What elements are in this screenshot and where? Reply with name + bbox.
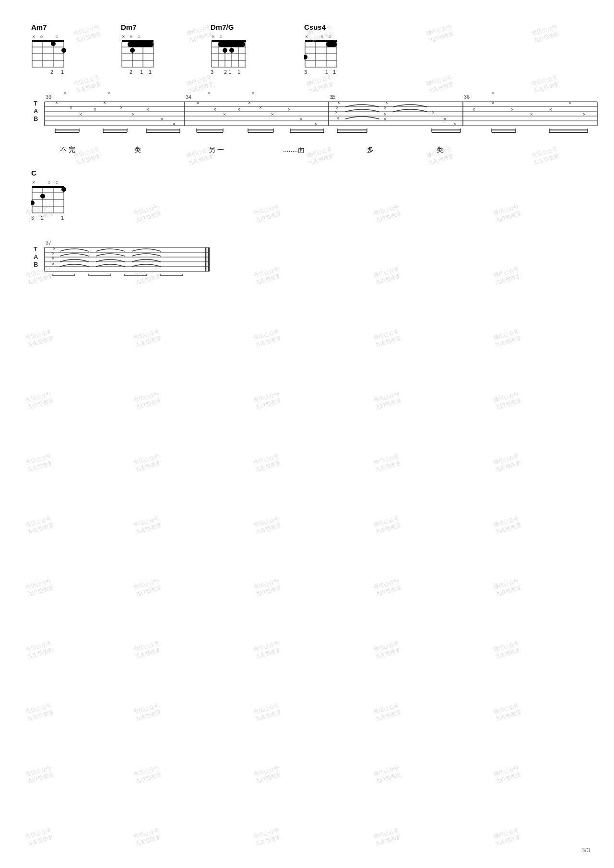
- svg-text:○: ○: [47, 179, 51, 185]
- svg-text:×: ×: [472, 107, 475, 112]
- watermark-46: 微信公众号九吉他教室: [25, 577, 54, 598]
- svg-text:37: 37: [46, 240, 51, 246]
- watermark-54: 微信公众号九吉他教室: [373, 639, 402, 660]
- watermark-53: 微信公众号九吉他教室: [253, 639, 282, 660]
- watermark-68: 微信公众号九吉他教室: [253, 826, 282, 847]
- watermark-61: 微信公众号九吉他教室: [25, 764, 54, 785]
- svg-text:×: ×: [130, 34, 132, 39]
- svg-text:×: ×: [161, 117, 164, 122]
- watermark-50: 微信公众号九吉他教室: [493, 577, 522, 598]
- svg-text:×: ×: [583, 112, 586, 117]
- svg-text:×: ×: [52, 256, 55, 261]
- watermark-57: 微信公众号九吉他教室: [133, 702, 162, 723]
- chord-am7-name: Am7: [31, 23, 47, 31]
- svg-text:×: ×: [70, 105, 72, 110]
- svg-point-184: [40, 194, 45, 199]
- svg-text:○: ○: [55, 179, 59, 185]
- chord-dm7g: Dm7/G × ○: [211, 23, 249, 76]
- chord-diagrams-row1: Am7 × ○ ○: [31, 23, 595, 76]
- svg-text:×: ×: [173, 121, 176, 127]
- svg-text:○: ○: [40, 34, 43, 39]
- svg-text:A: A: [34, 107, 38, 115]
- svg-text:×: ×: [320, 34, 323, 39]
- svg-text:1: 1: [61, 69, 64, 75]
- chord-dm7-diagram: × × ○: [121, 33, 155, 76]
- lyric-1: 不 完: [60, 146, 134, 154]
- page: Am7 × ○ ○: [0, 0, 614, 868]
- svg-text:×: ×: [432, 110, 435, 115]
- svg-text:B: B: [34, 115, 38, 122]
- content-area: Am7 × ○ ○: [19, 23, 595, 286]
- chord-csus4: Csus4 × × ○: [304, 23, 339, 76]
- svg-text:×: ×: [248, 100, 251, 106]
- watermark-45: 微信公众号九吉他教室: [493, 515, 522, 536]
- watermark-49: 微信公众号九吉他教室: [373, 577, 402, 598]
- watermark-35: 微信公众号九吉他教室: [493, 390, 522, 411]
- lyric-3: 另 一: [209, 146, 283, 154]
- watermark-40: 微信公众号九吉他教室: [493, 452, 522, 473]
- svg-text:×: ×: [32, 34, 35, 39]
- svg-text:×: ×: [300, 117, 303, 122]
- watermark-26: 微信公众号九吉他教室: [25, 328, 54, 349]
- svg-text:3: 3: [304, 69, 307, 75]
- lyrics-row1: 不 完 类 另 一 ........面 多 类: [60, 146, 595, 154]
- watermark-28: 微信公众号九吉他教室: [253, 328, 282, 349]
- svg-text:^: ^: [492, 91, 495, 97]
- svg-rect-174: [32, 186, 64, 188]
- watermark-41: 微信公众号九吉他教室: [25, 515, 54, 536]
- svg-text:1: 1: [61, 215, 64, 221]
- svg-text:○: ○: [219, 34, 223, 39]
- watermark-33: 微信公众号九吉他教室: [253, 390, 282, 411]
- chord-c-diagram: × ○ ○: [31, 178, 66, 222]
- watermark-70: 微信公众号九吉他教室: [493, 826, 522, 847]
- svg-text:○: ○: [137, 34, 141, 39]
- tab-row2: T A B 37 × × ×: [31, 226, 595, 286]
- svg-point-13: [61, 48, 66, 53]
- svg-text:1: 1: [333, 69, 336, 75]
- chord-dm7g-diagram: × ○: [211, 33, 249, 76]
- svg-text:×: ×: [79, 112, 82, 117]
- svg-rect-28: [128, 42, 154, 47]
- svg-text:×: ×: [223, 112, 226, 117]
- svg-text:○: ○: [55, 34, 59, 39]
- svg-text:×: ×: [120, 105, 123, 110]
- tab-notation-row2: T A B 37 × × ×: [31, 226, 223, 284]
- svg-text:2: 2: [50, 69, 53, 75]
- svg-text:1: 1: [237, 69, 240, 75]
- watermark-58: 微信公众号九吉他教室: [253, 702, 282, 723]
- svg-text:×: ×: [237, 107, 240, 112]
- chord-dm7g-name: Dm7/G: [211, 23, 234, 31]
- svg-text:2: 2: [130, 69, 132, 75]
- svg-text:×: ×: [530, 112, 533, 117]
- chord-am7-diagram: × ○ ○: [31, 33, 66, 76]
- svg-text:^: ^: [208, 91, 211, 97]
- chord-dm7-name: Dm7: [121, 23, 137, 31]
- svg-text:×: ×: [271, 112, 274, 117]
- lyric-5: 多: [367, 146, 437, 154]
- svg-text:1: 1: [325, 69, 328, 75]
- tab-row1: T A B 33 34 35 36: [31, 81, 595, 145]
- watermark-62: 微信公众号九吉他教室: [133, 764, 162, 785]
- watermark-60: 微信公众号九吉他教室: [493, 702, 522, 723]
- svg-text:×: ×: [146, 107, 149, 112]
- svg-point-64: [304, 55, 307, 59]
- svg-text:×: ×: [384, 105, 387, 110]
- watermark-42: 微信公众号九吉他教室: [133, 515, 162, 536]
- svg-point-48: [229, 48, 234, 53]
- lyric-2: 类: [134, 146, 209, 154]
- svg-text:1: 1: [149, 69, 152, 75]
- svg-text:×: ×: [511, 107, 514, 112]
- svg-point-12: [51, 41, 56, 46]
- chord-am7: Am7 × ○ ○: [31, 23, 66, 76]
- svg-text:3: 3: [31, 215, 34, 221]
- watermark-39: 微信公众号九吉他教室: [373, 452, 402, 473]
- svg-rect-46: [218, 42, 245, 47]
- watermark-63: 微信公众号九吉他教室: [253, 764, 282, 785]
- watermark-47: 微信公众号九吉他教室: [133, 577, 162, 598]
- watermark-34: 微信公众号九吉他教室: [373, 390, 402, 411]
- svg-text:36: 36: [464, 94, 470, 100]
- svg-text:T: T: [34, 246, 37, 253]
- svg-text:×: ×: [453, 121, 456, 127]
- watermark-55: 微信公众号九吉他教室: [493, 639, 522, 660]
- svg-text:A: A: [34, 253, 38, 260]
